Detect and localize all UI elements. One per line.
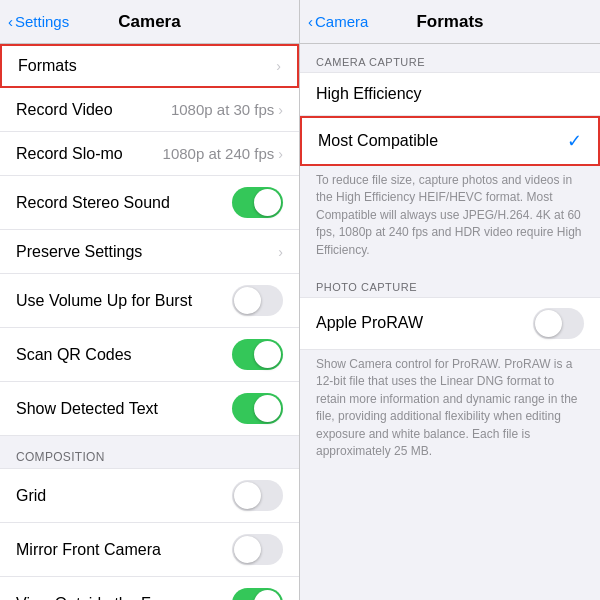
toggle-knob (234, 287, 261, 314)
record-video-value: 1080p at 30 fps (171, 101, 274, 118)
record-video-label: Record Video (16, 101, 113, 119)
high-efficiency-item[interactable]: High Efficiency (300, 72, 600, 116)
left-settings-list: Formats › Record Video 1080p at 30 fps ›… (0, 44, 299, 600)
toggle-knob (234, 482, 261, 509)
high-efficiency-label: High Efficiency (316, 85, 422, 103)
record-slomo-value: 1080p at 240 fps (163, 145, 275, 162)
photo-capture-right-header: PHOTO CAPTURE (300, 269, 600, 297)
record-slomo-item[interactable]: Record Slo-mo 1080p at 240 fps › (0, 132, 299, 176)
mirror-front-toggle[interactable] (232, 534, 283, 565)
preserve-settings-label: Preserve Settings (16, 243, 142, 261)
right-back-button[interactable]: ‹ Camera (308, 13, 368, 30)
right-content: CAMERA CAPTURE High Efficiency Most Comp… (300, 44, 600, 600)
record-stereo-item: Record Stereo Sound (0, 176, 299, 230)
camera-capture-header: CAMERA CAPTURE (300, 44, 600, 72)
camera-capture-description: To reduce file size, capture photos and … (300, 166, 600, 269)
show-detected-toggle[interactable] (232, 393, 283, 424)
gap1 (0, 436, 299, 444)
scan-qr-toggle[interactable] (232, 339, 283, 370)
mirror-front-item: Mirror Front Camera (0, 523, 299, 577)
formats-label: Formats (18, 57, 77, 75)
view-outside-label: View Outside the Frame (16, 595, 187, 601)
toggle-knob (254, 590, 281, 600)
left-nav-title: Camera (118, 12, 180, 32)
volume-up-item: Use Volume Up for Burst (0, 274, 299, 328)
left-back-button[interactable]: ‹ Settings (8, 13, 69, 30)
record-stereo-label: Record Stereo Sound (16, 194, 170, 212)
toggle-knob (254, 395, 281, 422)
volume-up-toggle[interactable] (232, 285, 283, 316)
left-panel: ‹ Settings Camera Formats › Record Video… (0, 0, 300, 600)
checkmark-icon: ✓ (567, 130, 582, 152)
record-stereo-toggle[interactable] (232, 187, 283, 218)
right-nav-bar: ‹ Camera Formats (300, 0, 600, 44)
right-nav-title: Formats (416, 12, 483, 32)
photo-capture-description: Show Camera control for ProRAW. ProRAW i… (300, 350, 600, 470)
toggle-knob (535, 310, 562, 337)
grid-toggle[interactable] (232, 480, 283, 511)
scan-qr-item: Scan QR Codes (0, 328, 299, 382)
formats-item[interactable]: Formats › (0, 44, 299, 88)
most-compatible-item[interactable]: Most Compatible ✓ (300, 116, 600, 166)
composition-section-header: COMPOSITION (0, 444, 299, 468)
view-outside-toggle[interactable] (232, 588, 283, 600)
toggle-knob (254, 189, 281, 216)
preserve-settings-item[interactable]: Preserve Settings › (0, 230, 299, 274)
chevron-left-icon: ‹ (8, 13, 13, 30)
right-panel: ‹ Camera Formats CAMERA CAPTURE High Eff… (300, 0, 600, 600)
apple-proraw-toggle[interactable] (533, 308, 584, 339)
formats-chevron-icon: › (276, 58, 281, 74)
show-detected-label: Show Detected Text (16, 400, 158, 418)
record-slomo-chevron-icon: › (278, 146, 283, 162)
apple-proraw-item: Apple ProRAW (300, 297, 600, 350)
preserve-settings-chevron-icon: › (278, 244, 283, 260)
record-video-item[interactable]: Record Video 1080p at 30 fps › (0, 88, 299, 132)
toggle-knob (234, 536, 261, 563)
volume-up-label: Use Volume Up for Burst (16, 292, 192, 310)
left-back-label: Settings (15, 13, 69, 30)
most-compatible-label: Most Compatible (318, 132, 438, 150)
toggle-knob (254, 341, 281, 368)
show-detected-item: Show Detected Text (0, 382, 299, 436)
grid-item: Grid (0, 468, 299, 523)
scan-qr-label: Scan QR Codes (16, 346, 132, 364)
grid-label: Grid (16, 487, 46, 505)
left-nav-bar: ‹ Settings Camera (0, 0, 299, 44)
record-video-chevron-icon: › (278, 102, 283, 118)
right-back-label: Camera (315, 13, 368, 30)
record-slomo-label: Record Slo-mo (16, 145, 123, 163)
apple-proraw-label: Apple ProRAW (316, 314, 423, 332)
view-outside-item: View Outside the Frame (0, 577, 299, 600)
mirror-front-label: Mirror Front Camera (16, 541, 161, 559)
chevron-left-icon: ‹ (308, 13, 313, 30)
